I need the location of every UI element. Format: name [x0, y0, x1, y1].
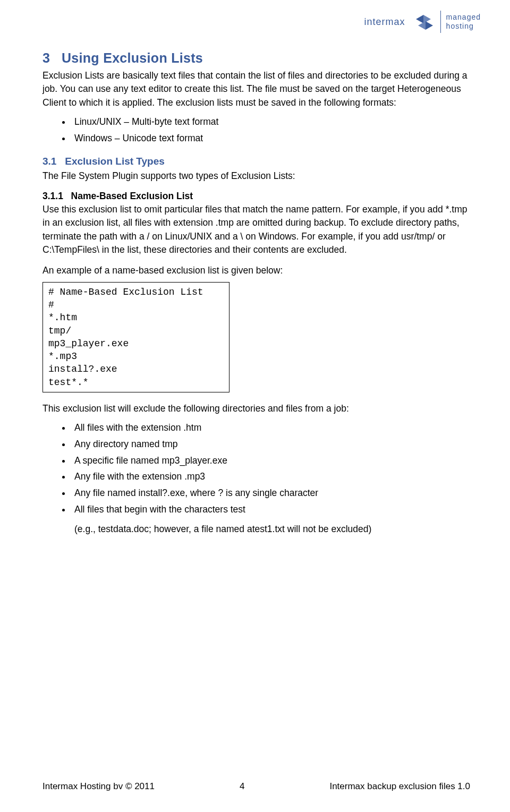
- page-footer: Intermax Hosting bv © 2011 4 Intermax ba…: [42, 781, 470, 792]
- body-paragraph: Use this exclusion list to omit particul…: [42, 203, 470, 257]
- footer-page-number: 4: [240, 781, 244, 792]
- section-intro: Exclusion Lists are basically text files…: [42, 69, 470, 109]
- list-item: Windows – Unicode text format: [71, 130, 470, 147]
- footer-right: Intermax backup exclusion files 1.0: [329, 781, 470, 792]
- section-heading: 3 Using Exclusion Lists: [42, 50, 470, 66]
- subsection-heading: 3.1 Exclusion List Types: [42, 156, 470, 167]
- code-example: # Name-Based Exclusion List # *.htm tmp/…: [42, 282, 230, 392]
- footer-left: Intermax Hosting bv © 2011: [42, 781, 155, 792]
- body-paragraph: An example of a name-based exclusion lis…: [42, 264, 470, 277]
- list-item: All files that begin with the characters…: [71, 501, 470, 518]
- list-item: A specific file named mp3_player.exe: [71, 452, 470, 469]
- page-body: 3 Using Exclusion Lists Exclusion Lists …: [0, 0, 510, 812]
- list-item: Linux/UNIX – Multi-byte text format: [71, 114, 470, 130]
- formats-list: Linux/UNIX – Multi-byte text format Wind…: [42, 114, 470, 146]
- subsection-intro: The File System Plugin supports two type…: [42, 169, 470, 183]
- list-item: Any directory named tmp: [71, 436, 470, 452]
- body-paragraph: This exclusion list will exclude the fol…: [42, 402, 470, 415]
- subsubsection-heading: 3.1.1 Name-Based Exclusion List: [42, 191, 470, 202]
- exclusion-results-list: All files with the extension .htm Any di…: [42, 420, 470, 517]
- list-item: Any file with the extension .mp3: [71, 468, 470, 485]
- list-note: (e.g., testdata.doc; however, a file nam…: [42, 523, 470, 536]
- list-item: All files with the extension .htm: [71, 420, 470, 436]
- list-item: Any file named install?.exe, where ? is …: [71, 485, 470, 501]
